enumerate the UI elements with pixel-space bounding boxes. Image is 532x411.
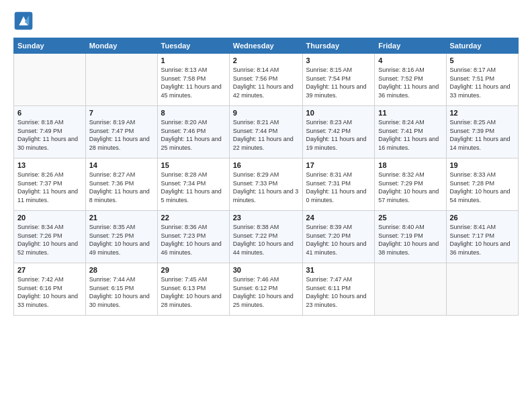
day-info: Sunrise: 8:19 AM Sunset: 7:47 PM Dayligh… <box>89 118 154 152</box>
calendar-cell: 5Sunrise: 8:17 AM Sunset: 7:51 PM Daylig… <box>446 54 519 106</box>
day-info: Sunrise: 8:39 AM Sunset: 7:20 PM Dayligh… <box>306 223 371 257</box>
day-number: 18 <box>378 161 442 169</box>
week-row-5: 27Sunrise: 7:42 AM Sunset: 6:16 PM Dayli… <box>14 263 519 316</box>
day-number: 5 <box>450 56 515 64</box>
day-info: Sunrise: 8:25 AM Sunset: 7:39 PM Dayligh… <box>450 118 515 152</box>
day-info: Sunrise: 8:15 AM Sunset: 7:54 PM Dayligh… <box>306 66 371 99</box>
day-number: 23 <box>233 214 299 222</box>
day-info: Sunrise: 7:45 AM Sunset: 6:13 PM Dayligh… <box>161 275 226 309</box>
calendar-cell <box>85 54 157 106</box>
day-number: 30 <box>233 266 299 274</box>
day-number: 28 <box>89 266 154 274</box>
day-header-monday: Monday <box>85 38 157 54</box>
calendar-cell: 14Sunrise: 8:27 AM Sunset: 7:36 PM Dayli… <box>85 158 157 211</box>
day-info: Sunrise: 7:47 AM Sunset: 6:11 PM Dayligh… <box>306 275 371 309</box>
day-number: 24 <box>306 214 371 222</box>
calendar-table: SundayMondayTuesdayWednesdayThursdayFrid… <box>13 38 519 316</box>
day-number: 10 <box>306 109 371 117</box>
day-info: Sunrise: 8:21 AM Sunset: 7:44 PM Dayligh… <box>233 118 299 152</box>
day-info: Sunrise: 8:18 AM Sunset: 7:49 PM Dayligh… <box>17 118 82 152</box>
calendar-cell: 2Sunrise: 8:14 AM Sunset: 7:56 PM Daylig… <box>229 54 302 106</box>
calendar-cell: 20Sunrise: 8:34 AM Sunset: 7:26 PM Dayli… <box>14 211 86 263</box>
calendar-cell: 12Sunrise: 8:25 AM Sunset: 7:39 PM Dayli… <box>446 106 519 158</box>
calendar-cell: 26Sunrise: 8:41 AM Sunset: 7:17 PM Dayli… <box>446 211 519 263</box>
calendar-cell: 21Sunrise: 8:35 AM Sunset: 7:25 PM Dayli… <box>85 211 157 263</box>
day-info: Sunrise: 8:29 AM Sunset: 7:33 PM Dayligh… <box>233 171 299 204</box>
day-info: Sunrise: 8:23 AM Sunset: 7:42 PM Dayligh… <box>306 118 371 152</box>
calendar-cell: 25Sunrise: 8:40 AM Sunset: 7:19 PM Dayli… <box>375 211 446 263</box>
calendar-cell: 17Sunrise: 8:31 AM Sunset: 7:31 PM Dayli… <box>302 158 375 211</box>
day-number: 21 <box>89 214 154 222</box>
calendar-cell: 18Sunrise: 8:32 AM Sunset: 7:29 PM Dayli… <box>375 158 446 211</box>
calendar-cell: 3Sunrise: 8:15 AM Sunset: 7:54 PM Daylig… <box>302 54 375 106</box>
day-info: Sunrise: 8:28 AM Sunset: 7:34 PM Dayligh… <box>161 171 226 204</box>
day-number: 12 <box>450 109 515 117</box>
day-number: 19 <box>450 161 515 169</box>
day-info: Sunrise: 8:20 AM Sunset: 7:46 PM Dayligh… <box>161 118 226 152</box>
day-info: Sunrise: 7:44 AM Sunset: 6:15 PM Dayligh… <box>89 275 154 309</box>
calendar-cell <box>446 263 519 316</box>
day-number: 17 <box>306 161 371 169</box>
day-number: 26 <box>450 214 515 222</box>
calendar-cell: 13Sunrise: 8:26 AM Sunset: 7:37 PM Dayli… <box>14 158 86 211</box>
day-number: 6 <box>17 109 82 117</box>
header-row: SundayMondayTuesdayWednesdayThursdayFrid… <box>14 38 519 54</box>
calendar-cell: 8Sunrise: 8:20 AM Sunset: 7:46 PM Daylig… <box>157 106 229 158</box>
week-row-3: 13Sunrise: 8:26 AM Sunset: 7:37 PM Dayli… <box>14 158 519 211</box>
calendar-cell: 15Sunrise: 8:28 AM Sunset: 7:34 PM Dayli… <box>157 158 229 211</box>
day-number: 1 <box>161 56 226 64</box>
calendar-cell: 19Sunrise: 8:33 AM Sunset: 7:28 PM Dayli… <box>446 158 519 211</box>
day-header-saturday: Saturday <box>446 38 519 54</box>
calendar-cell: 16Sunrise: 8:29 AM Sunset: 7:33 PM Dayli… <box>229 158 302 211</box>
week-row-1: 1Sunrise: 8:13 AM Sunset: 7:58 PM Daylig… <box>14 54 519 106</box>
calendar-cell: 24Sunrise: 8:39 AM Sunset: 7:20 PM Dayli… <box>302 211 375 263</box>
day-info: Sunrise: 8:34 AM Sunset: 7:26 PM Dayligh… <box>17 223 82 257</box>
day-number: 4 <box>378 56 442 64</box>
calendar-cell <box>14 54 86 106</box>
calendar-cell: 4Sunrise: 8:16 AM Sunset: 7:52 PM Daylig… <box>375 54 446 106</box>
day-number: 9 <box>233 109 299 117</box>
day-number: 13 <box>17 161 82 169</box>
logo-icon <box>13 11 34 31</box>
day-info: Sunrise: 8:36 AM Sunset: 7:23 PM Dayligh… <box>161 223 226 257</box>
day-number: 22 <box>161 214 226 222</box>
day-info: Sunrise: 7:42 AM Sunset: 6:16 PM Dayligh… <box>17 275 82 309</box>
calendar-cell: 9Sunrise: 8:21 AM Sunset: 7:44 PM Daylig… <box>229 106 302 158</box>
day-number: 31 <box>306 266 371 274</box>
day-info: Sunrise: 7:46 AM Sunset: 6:12 PM Dayligh… <box>233 275 299 309</box>
day-number: 27 <box>17 266 82 274</box>
day-number: 16 <box>233 161 299 169</box>
calendar-cell: 30Sunrise: 7:46 AM Sunset: 6:12 PM Dayli… <box>229 263 302 316</box>
week-row-4: 20Sunrise: 8:34 AM Sunset: 7:26 PM Dayli… <box>14 211 519 263</box>
day-number: 3 <box>306 56 371 64</box>
day-header-tuesday: Tuesday <box>157 38 229 54</box>
calendar-cell: 23Sunrise: 8:38 AM Sunset: 7:22 PM Dayli… <box>229 211 302 263</box>
day-info: Sunrise: 8:40 AM Sunset: 7:19 PM Dayligh… <box>378 223 442 257</box>
page: SundayMondayTuesdayWednesdayThursdayFrid… <box>0 0 532 322</box>
day-info: Sunrise: 8:17 AM Sunset: 7:51 PM Dayligh… <box>450 66 515 99</box>
day-number: 25 <box>378 214 442 222</box>
header <box>13 11 519 31</box>
day-header-wednesday: Wednesday <box>229 38 302 54</box>
calendar-cell: 7Sunrise: 8:19 AM Sunset: 7:47 PM Daylig… <box>85 106 157 158</box>
logo <box>13 11 36 31</box>
day-info: Sunrise: 8:27 AM Sunset: 7:36 PM Dayligh… <box>89 171 154 204</box>
day-header-sunday: Sunday <box>14 38 86 54</box>
day-number: 11 <box>378 109 442 117</box>
calendar-cell: 11Sunrise: 8:24 AM Sunset: 7:41 PM Dayli… <box>375 106 446 158</box>
calendar-cell <box>375 263 446 316</box>
day-number: 14 <box>89 161 154 169</box>
day-info: Sunrise: 8:33 AM Sunset: 7:28 PM Dayligh… <box>450 171 515 204</box>
day-header-thursday: Thursday <box>302 38 375 54</box>
day-info: Sunrise: 8:16 AM Sunset: 7:52 PM Dayligh… <box>378 66 442 99</box>
day-info: Sunrise: 8:35 AM Sunset: 7:25 PM Dayligh… <box>89 223 154 257</box>
day-info: Sunrise: 8:26 AM Sunset: 7:37 PM Dayligh… <box>17 171 82 204</box>
day-number: 20 <box>17 214 82 222</box>
day-info: Sunrise: 8:14 AM Sunset: 7:56 PM Dayligh… <box>233 66 299 99</box>
calendar-cell: 31Sunrise: 7:47 AM Sunset: 6:11 PM Dayli… <box>302 263 375 316</box>
calendar-cell: 27Sunrise: 7:42 AM Sunset: 6:16 PM Dayli… <box>14 263 86 316</box>
day-info: Sunrise: 8:38 AM Sunset: 7:22 PM Dayligh… <box>233 223 299 257</box>
week-row-2: 6Sunrise: 8:18 AM Sunset: 7:49 PM Daylig… <box>14 106 519 158</box>
day-info: Sunrise: 8:13 AM Sunset: 7:58 PM Dayligh… <box>161 66 226 99</box>
calendar-cell: 1Sunrise: 8:13 AM Sunset: 7:58 PM Daylig… <box>157 54 229 106</box>
